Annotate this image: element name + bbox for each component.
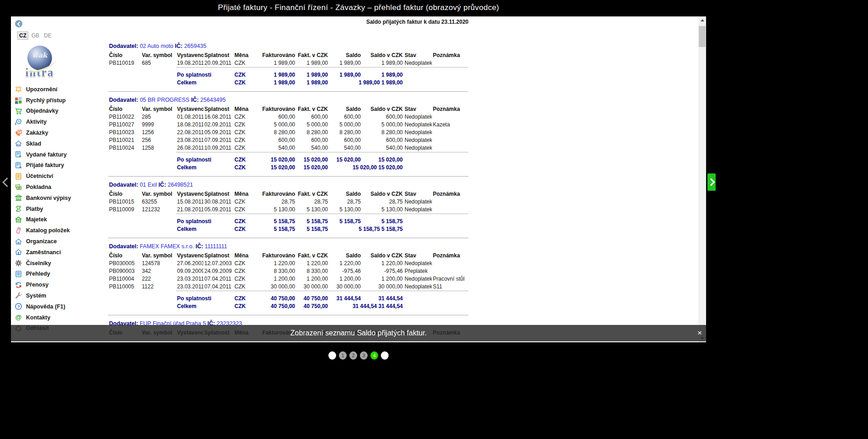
close-icon[interactable]: × <box>695 325 705 341</box>
prev-slide-button[interactable] <box>1 175 10 189</box>
sidebar-item-prijate-faktury[interactable]: Přijaté faktury <box>15 160 106 171</box>
invoice-table: ČísloVar. symbolVystavenoSplatnostMěnaFa… <box>108 190 468 233</box>
sidebar-item-prenosy[interactable]: Přenosy <box>15 279 106 290</box>
invoice-cell: CZK <box>234 260 254 267</box>
help-icon: ? <box>15 303 23 310</box>
invoice-cell: 05.09.2011 <box>203 206 234 214</box>
sidebar-item-sklad[interactable]: Sklad <box>15 138 106 149</box>
bank-icon <box>15 194 23 202</box>
page-dot-4[interactable]: 4 <box>370 351 378 360</box>
page-dot-end[interactable] <box>328 351 336 360</box>
supplier-name: 05 BR PROGRESS <box>140 97 191 103</box>
invoice-cell: 19.08.2011 <box>176 59 203 68</box>
sidebar-item-zamestnanci[interactable]: Zaměstnanci <box>15 247 106 258</box>
page-dot-end[interactable] <box>381 351 389 360</box>
invoice-row: PB11002125623.08.201107.09.2011CZK600,00… <box>108 136 468 144</box>
language-option-cz[interactable]: CZ <box>17 31 28 40</box>
sidebar-item-prehledy[interactable]: Přehledy <box>15 269 106 280</box>
total-summary-row: CelkemCZK15 020,0015 020,0015 020,00 15 … <box>108 164 468 172</box>
employees-icon <box>15 248 23 256</box>
invoice-cell: 5 130,00 <box>329 206 362 214</box>
invoice-cell: -975,46 <box>362 267 404 275</box>
sidebar-item-rychly-pristup[interactable]: Rychlý přístup <box>15 95 106 106</box>
scrollbar-thumb[interactable] <box>699 26 706 47</box>
invoice-cell: PB110027 <box>108 121 141 129</box>
invoice-cell: 600,00 <box>329 136 362 144</box>
sidebar-item-label: Zakázky <box>26 130 48 136</box>
overdue-summary-row: Po splatnostiCZK15 020,0015 020,0015 020… <box>108 152 468 164</box>
sidebar-item-label: Přijaté faktury <box>26 162 64 168</box>
summary-value-combined: 5 158,75 5 158,75 <box>329 225 404 233</box>
sidebar-item-pokladna[interactable]: Pokladna <box>15 182 106 193</box>
report-content: Saldo přijatých faktur k datu 23.11.2020… <box>108 16 468 342</box>
column-header: Var. symbol <box>141 105 176 113</box>
invoice-cell: 02.09.2011 <box>203 121 234 129</box>
invoice-cell: CZK <box>234 206 254 214</box>
invoice-cell: 28,75 <box>254 198 296 206</box>
sidebar-item-ucetnictvi[interactable]: Účetnictví <box>15 171 106 182</box>
language-option-gb[interactable]: GB <box>30 32 41 39</box>
summary-value-combined: 1 989,00 1 989,00 <box>329 79 404 87</box>
vertical-scrollbar[interactable] <box>698 16 706 342</box>
invoice-cell: 1 200,00 <box>296 275 329 283</box>
sidebar-item-organizace[interactable]: Organizace <box>15 236 106 247</box>
invoice-cell: 18.08.2011 <box>176 121 203 129</box>
invoice-cell: Kazeta <box>432 121 468 129</box>
column-header: Poznámka <box>432 252 468 260</box>
summary-currency: CZK <box>234 303 254 310</box>
sidebar-item-napoveda[interactable]: ?Nápověda (F1) <box>15 301 106 312</box>
invoice-cell: PB110004 <box>108 275 141 283</box>
page-dot-2[interactable]: 2 <box>349 351 357 360</box>
invoice-cell <box>432 59 468 68</box>
column-header: Saldo v CZK <box>362 52 404 59</box>
page-dot-3[interactable]: 3 <box>360 351 368 360</box>
invoice-cell: Nedoplatek <box>404 136 432 144</box>
app-logo: wak intra <box>19 46 60 79</box>
invoice-cell: 07.04.2011 <box>203 283 234 291</box>
sidebar-item-katalog-polozek[interactable]: Katalog položek <box>15 225 106 236</box>
sidebar-item-ciselniky[interactable]: Číselníky <box>15 258 106 269</box>
invoice-cell: 05.09.2011 <box>203 129 234 136</box>
invoice-cell: -975,46 <box>329 267 362 275</box>
sidebar-item-platby[interactable]: Platby <box>15 204 106 214</box>
sidebar-item-vydane-faktury[interactable]: Vydané faktury <box>15 149 106 160</box>
invoice-cell: 22.08.2011 <box>176 129 203 136</box>
next-slide-button[interactable] <box>707 173 716 191</box>
sidebar-item-objednavky[interactable]: Objednávky <box>15 106 106 117</box>
supplier-group: Dodavatel: 01 Exil IČ: 26498521ČísloVar.… <box>108 182 468 238</box>
sidebar-item-zakazky[interactable]: Zakázky <box>15 127 106 138</box>
column-header: Saldo <box>329 105 362 113</box>
back-button[interactable] <box>15 20 22 27</box>
column-header: Poznámka <box>432 190 468 198</box>
overdue-summary-row: Po splatnostiCZK40 750,0040 750,0031 444… <box>108 291 468 303</box>
invoice-cell: 600,00 <box>254 136 296 144</box>
page-dot-1[interactable]: 1 <box>339 351 347 360</box>
sidebar-item-majetek[interactable]: Majetek <box>15 214 106 225</box>
sidebar-item-upozorneni[interactable]: Upozornění <box>15 84 106 95</box>
invoice-cell: 1122 <box>141 283 176 291</box>
invoice-cell: 1258 <box>141 144 176 152</box>
sidebar-item-label: Systém <box>26 293 46 299</box>
invoice-cell: 600,00 <box>296 136 329 144</box>
column-header: Splatnost <box>203 105 234 113</box>
language-option-de[interactable]: DE <box>42 32 53 39</box>
invoice-cell: 21.08.2011 <box>176 206 203 214</box>
total-summary-row: CelkemCZK5 158,755 158,755 158,75 5 158,… <box>108 225 468 233</box>
sidebar-item-kontakty[interactable]: @Kontakty <box>15 312 106 323</box>
invoice-cell: 30 000,00 <box>362 283 404 291</box>
column-header: Splatnost <box>203 190 234 198</box>
summary-value: 1 989,00 <box>362 68 404 79</box>
column-header: Číslo <box>108 105 141 113</box>
sidebar-item-system[interactable]: Systém <box>15 290 106 301</box>
sidebar-item-aktivity[interactable]: Aktivity <box>15 116 106 127</box>
invoice-row: PB110023125622.08.201105.09.2011CZK8 280… <box>108 129 468 136</box>
column-header: Číslo <box>108 252 141 260</box>
column-header: Fakt. v CZK <box>296 105 329 113</box>
column-header: Číslo <box>108 190 141 198</box>
column-header: Saldo <box>329 252 362 260</box>
scroll-up-button[interactable] <box>698 16 706 24</box>
supplier-name: 02 Auto moto <box>140 43 175 49</box>
globe-logo-icon: wak <box>27 46 52 70</box>
invoice-cell: Nedoplatek <box>404 275 432 283</box>
sidebar-item-bankovni-vypisy[interactable]: Bankovní výpisy <box>15 193 106 204</box>
